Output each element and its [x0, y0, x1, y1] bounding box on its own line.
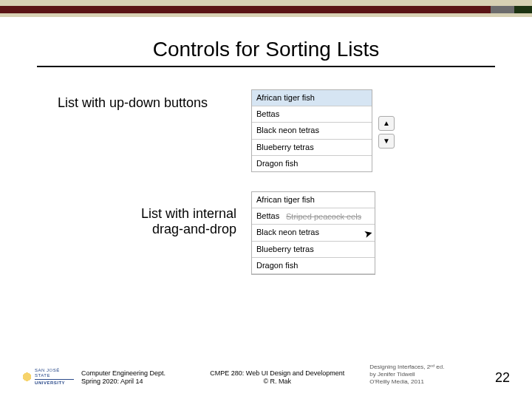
sjsu-logo: SAN JOSÉ STATE UNIVERSITY — [22, 368, 74, 386]
arrow-up-icon: ▲ — [383, 119, 390, 127]
listbox-updown[interactable]: African tiger fish Bettas Black neon tet… — [251, 89, 372, 172]
list-item[interactable]: Blueberry tetras — [252, 242, 375, 258]
sjsu-wordmark: SAN JOSÉ STATE UNIVERSITY — [35, 368, 74, 386]
course-line2: © R. Mak — [185, 378, 369, 386]
slide-content: List with up-down buttons African tiger … — [0, 89, 532, 275]
list-item[interactable]: African tiger fish — [252, 192, 375, 208]
updown-buttons: ▲ ▼ — [378, 89, 395, 172]
slide: Controls for Sorting Lists List with up-… — [0, 0, 532, 399]
slide-footer: SAN JOSÉ STATE UNIVERSITY Computer Engin… — [0, 364, 532, 386]
list-item[interactable]: Bettas — [252, 106, 372, 123]
page-number: 22 — [482, 369, 510, 386]
list-item[interactable]: Blueberry tetras — [252, 140, 372, 156]
dept-line2: Spring 2020: April 14 — [81, 378, 185, 386]
ref-line3: O'Reilly Media, 2011 — [369, 378, 473, 386]
course-line1: CMPE 280: Web UI Design and Development — [185, 369, 369, 378]
accent-chip-green — [514, 6, 532, 13]
caption-line: List with internal — [59, 206, 236, 222]
dragging-item[interactable]: Striped peacock eels — [286, 212, 361, 221]
accent-bar-mid — [0, 6, 532, 13]
footer-reference: Designing Interfaces, 2ⁿᵈ ed. by Jenifer… — [369, 364, 473, 386]
accent-bar-top — [0, 0, 532, 6]
list-item[interactable]: Dragon fish — [252, 156, 372, 171]
dragging-item-label: Striped peacock eels — [286, 212, 361, 221]
example-row-1: List with up-down buttons African tiger … — [30, 89, 502, 172]
accent-chip-grey — [491, 6, 514, 13]
dept-line1: Computer Engineering Dept. — [81, 369, 185, 378]
caption-line: drag-and-drop — [59, 222, 236, 237]
list-item[interactable]: Black neon tetras — [252, 123, 372, 139]
move-down-button[interactable]: ▼ — [378, 134, 395, 149]
sjsu-line2: UNIVERSITY — [35, 379, 74, 386]
footer-course: CMPE 280: Web UI Design and Development … — [185, 369, 369, 386]
top-accent-bars — [0, 0, 532, 17]
slide-title: Controls for Sorting Lists — [0, 38, 532, 61]
list-item[interactable]: Black neon tetras — [252, 225, 375, 241]
move-up-button[interactable]: ▲ — [378, 116, 395, 131]
list-item[interactable]: African tiger fish — [252, 90, 372, 106]
arrow-down-icon: ▼ — [383, 137, 390, 145]
figure-list-dragdrop[interactable]: African tiger fish Bettas Black neon tet… — [251, 191, 375, 275]
footer-dept: Computer Engineering Dept. Spring 2020: … — [81, 369, 185, 386]
ref-line2: by Jenifer Tidwell — [369, 371, 473, 378]
example-row-2: List with internal drag-and-drop African… — [30, 191, 502, 275]
figure-list-updown: African tiger fish Bettas Black neon tet… — [251, 89, 395, 172]
accent-bar-bottom — [0, 13, 532, 17]
caption-updown: List with up-down buttons — [30, 89, 251, 111]
title-underline — [37, 66, 495, 67]
sjsu-line1: SAN JOSÉ STATE — [35, 368, 74, 379]
caption-dragdrop: List with internal drag-and-drop — [30, 191, 251, 237]
list-item[interactable]: Dragon fish — [252, 258, 375, 274]
ref-line1: Designing Interfaces, 2ⁿᵈ ed. — [369, 364, 473, 371]
sun-icon — [22, 372, 32, 382]
